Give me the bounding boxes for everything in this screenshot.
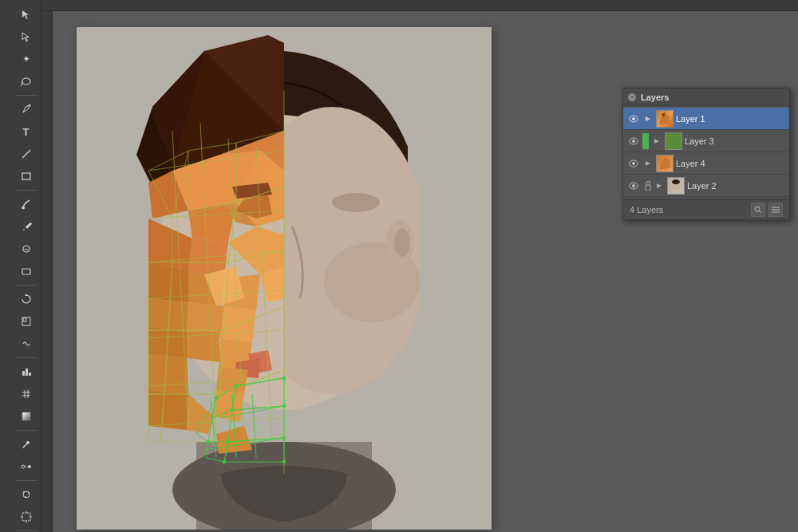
svg-rect-6 [25, 222, 31, 228]
svg-rect-4 [22, 173, 30, 179]
app-container: ✦ T [0, 0, 798, 532]
svg-marker-149 [657, 183, 662, 188]
layer-row[interactable]: Layer 4 [623, 152, 789, 175]
layer-expand-btn[interactable] [642, 113, 654, 124]
layers-panel: × Layers Layer 1 [622, 88, 790, 220]
toolbar: ✦ T [0, 0, 41, 532]
panel-header: × Layers [623, 89, 789, 106]
svg-point-135 [632, 117, 635, 120]
layer-thumbnail [656, 110, 674, 128]
svg-point-24 [28, 465, 31, 468]
layer-visibility-toggle[interactable] [626, 156, 641, 171]
layer-expand-btn[interactable] [651, 136, 662, 147]
layer-row[interactable]: Layer 3 [623, 130, 789, 152]
layer-count-label: 4 Layers [630, 205, 663, 215]
panel-close-btn[interactable]: × [628, 93, 636, 101]
horizontal-ruler [41, 0, 798, 11]
layer-visibility-toggle[interactable] [626, 112, 641, 126]
svg-rect-10 [23, 318, 26, 321]
panel-footer: 4 Layers [623, 199, 789, 219]
svg-point-126 [215, 396, 218, 400]
svg-point-0 [22, 78, 30, 85]
rotate-tool[interactable] [14, 289, 38, 309]
layer-name: Layer 3 [685, 136, 786, 146]
layer-lock-icon[interactable] [642, 180, 654, 191]
svg-line-1 [22, 81, 22, 86]
lasso-tool[interactable] [14, 71, 38, 92]
svg-rect-148 [646, 185, 650, 191]
svg-point-151 [672, 179, 680, 184]
layer-options-btn[interactable] [768, 203, 783, 217]
svg-rect-14 [29, 372, 31, 376]
pencil-tool[interactable] [14, 216, 38, 237]
svg-point-143 [632, 162, 635, 165]
svg-marker-9 [25, 294, 28, 296]
layer-visibility-toggle[interactable] [626, 134, 641, 148]
blend-tool[interactable] [14, 456, 38, 477]
svg-line-153 [760, 211, 762, 213]
svg-rect-30 [22, 513, 30, 521]
svg-point-140 [632, 140, 635, 143]
rectangle-tool[interactable] [14, 166, 38, 187]
panel-title: Layers [641, 93, 669, 102]
paintbrush-tool[interactable] [14, 194, 38, 215]
tool-group-main: ✦ T [0, 3, 41, 532]
artboard-tool[interactable] [14, 506, 38, 527]
layer-name: Layer 4 [676, 159, 786, 168]
scale-tool[interactable] [14, 311, 38, 332]
svg-marker-145 [659, 158, 670, 169]
svg-marker-137 [659, 112, 670, 124]
search-layers-btn[interactable] [751, 203, 765, 217]
pen-tool[interactable] [14, 99, 38, 120]
warp-tool[interactable] [14, 333, 38, 354]
line-tool[interactable] [14, 144, 38, 164]
svg-marker-136 [646, 116, 650, 121]
gradient-tool[interactable] [14, 406, 38, 427]
svg-point-49 [332, 193, 380, 212]
selection-tool[interactable] [14, 4, 38, 25]
direct-selection-tool[interactable] [14, 26, 38, 47]
eyedropper-tool[interactable] [14, 434, 38, 455]
layer-thumbnail [665, 132, 682, 150]
svg-point-5 [22, 207, 25, 210]
svg-point-21 [26, 441, 30, 444]
artboard[interactable] [77, 27, 492, 530]
layer-name: Layer 2 [687, 181, 786, 191]
svg-point-130 [282, 404, 286, 408]
magic-wand-tool[interactable]: ✦ [14, 49, 38, 69]
svg-point-51 [394, 228, 410, 257]
svg-rect-12 [22, 371, 25, 376]
layers-list: Layer 1 Layer 3 [623, 106, 789, 199]
svg-marker-141 [654, 139, 659, 144]
svg-rect-13 [26, 368, 28, 376]
blob-brush-tool[interactable] [14, 238, 38, 259]
layer-visibility-toggle[interactable] [626, 179, 641, 193]
svg-point-129 [227, 440, 230, 443]
svg-point-2 [28, 104, 30, 107]
layer-row[interactable]: Layer 2 [623, 175, 789, 197]
svg-marker-82 [148, 354, 188, 394]
svg-point-152 [755, 207, 760, 211]
eraser-tool[interactable] [14, 261, 38, 282]
svg-marker-144 [646, 161, 650, 166]
layer-name: Layer 1 [676, 114, 786, 124]
svg-point-147 [632, 184, 635, 187]
svg-point-28 [28, 492, 30, 494]
face-illustration [77, 27, 492, 530]
layer-row[interactable]: Layer 1 [623, 108, 789, 130]
panel-footer-icons [751, 203, 783, 217]
mesh-tool[interactable] [14, 384, 38, 404]
svg-point-127 [231, 408, 234, 412]
canvas-area [41, 0, 798, 532]
layer-thumbnail [667, 177, 685, 195]
vertical-ruler [41, 11, 53, 532]
svg-point-124 [235, 384, 238, 388]
svg-line-3 [22, 150, 30, 158]
layer-expand-btn[interactable] [642, 158, 654, 169]
graph-tool[interactable] [14, 361, 38, 382]
svg-point-133 [282, 460, 286, 463]
layer-expand-btn[interactable] [654, 180, 665, 191]
symbol-sprayer-tool[interactable] [14, 484, 38, 505]
svg-point-132 [223, 460, 226, 463]
type-tool[interactable]: T [14, 121, 38, 142]
